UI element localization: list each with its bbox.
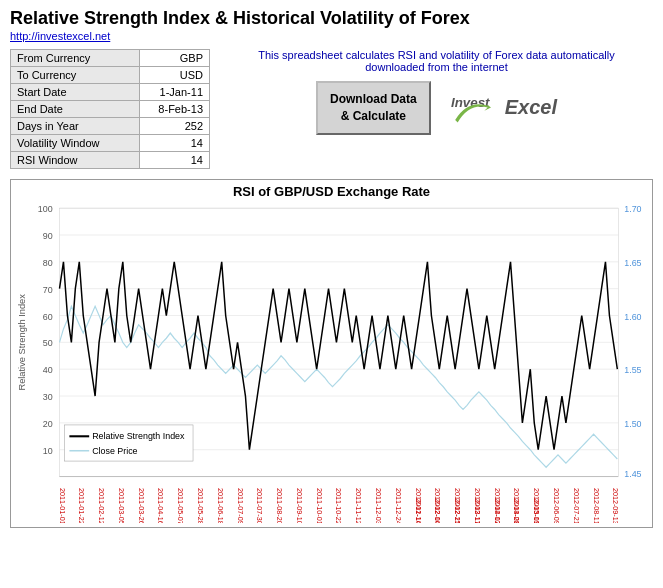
chart-svg: 100 90 80 70 60 50 40 30 20 10 1.70 1.65… [15,203,648,523]
svg-text:2011-05-28: 2011-05-28 [197,488,204,523]
logo-area: Invest Excel [451,90,557,125]
svg-text:2012-11-16: 2012-11-16 [454,498,461,523]
param-label: End Date [11,101,140,118]
svg-text:2012-09-13: 2012-09-13 [612,488,619,523]
svg-text:2011-09-10: 2011-09-10 [296,488,303,523]
chart-container: RSI of GBP/USD Exchange Rate 100 90 80 7… [10,179,653,528]
svg-text:2012-07-21: 2012-07-21 [573,488,580,523]
svg-text:2012-10-05: 2012-10-05 [415,498,422,523]
svg-text:60: 60 [43,311,53,321]
svg-text:Relative Strength Index: Relative Strength Index [92,431,185,441]
svg-text:30: 30 [43,392,53,402]
page-title: Relative Strength Index & Historical Vol… [10,8,653,29]
svg-text:90: 90 [43,231,53,241]
svg-text:2011-08-20: 2011-08-20 [276,488,283,523]
svg-text:1.60: 1.60 [624,311,641,321]
param-label: Volatility Window [11,135,140,152]
svg-text:20: 20 [43,419,53,429]
logo-icon: Invest [451,90,501,125]
svg-text:2011-03-26: 2011-03-26 [138,488,145,523]
svg-text:2011-02-12: 2011-02-12 [98,488,105,523]
svg-text:1.50: 1.50 [624,419,641,429]
param-label: Days in Year [11,118,140,135]
param-label: From Currency [11,50,140,67]
param-value: 1-Jan-11 [139,84,209,101]
svg-text:2011-03-05: 2011-03-05 [118,488,125,523]
svg-text:2012-12-15: 2012-12-15 [494,498,501,523]
param-label: Start Date [11,84,140,101]
svg-text:2011-10-01: 2011-10-01 [316,488,323,523]
svg-text:2011-12-03: 2011-12-03 [375,488,382,523]
svg-text:50: 50 [43,338,53,348]
svg-text:2011-11-12: 2011-11-12 [355,488,362,523]
svg-text:2012-11-24: 2012-11-24 [474,498,481,523]
chart-title: RSI of GBP/USD Exchange Rate [15,184,648,199]
svg-text:2012-10-26: 2012-10-26 [434,498,441,523]
param-value: 252 [139,118,209,135]
param-value: 8-Feb-13 [139,101,209,118]
svg-text:2011-05-07: 2011-05-07 [177,488,184,523]
svg-text:2011-10-22: 2011-10-22 [335,488,342,523]
svg-text:100: 100 [38,204,53,214]
download-button[interactable]: Download Data& Calculate [316,81,431,135]
svg-text:1.55: 1.55 [624,365,641,375]
svg-text:2011-01-22: 2011-01-22 [78,488,85,523]
svg-text:80: 80 [43,258,53,268]
website-link[interactable]: http://investexcel.net [10,30,110,42]
svg-text:2012-06-09: 2012-06-09 [553,488,560,523]
tagline-line1: This spreadsheet calculates RSI and vola… [258,49,614,61]
tagline-line2: downloaded from the internet [365,61,507,73]
top-section: From CurrencyGBPTo CurrencyUSDStart Date… [0,45,663,173]
svg-text:2013-01-26: 2013-01-26 [533,498,540,523]
svg-text:Close Price: Close Price [92,446,137,456]
svg-text:70: 70 [43,285,53,295]
svg-text:2011-07-09: 2011-07-09 [237,488,244,523]
logo-text: Excel [505,96,557,119]
svg-text:Relative Strength Index: Relative Strength Index [17,294,27,391]
svg-text:1.65: 1.65 [624,258,641,268]
param-label: RSI Window [11,152,140,169]
svg-text:2011-01-01: 2011-01-01 [59,488,66,523]
right-section: This spreadsheet calculates RSI and vola… [220,49,653,169]
svg-text:2011-06-18: 2011-06-18 [217,488,224,523]
svg-text:1.45: 1.45 [624,468,641,478]
svg-text:2011-04-16: 2011-04-16 [157,488,164,523]
svg-text:2011-07-30: 2011-07-30 [256,488,263,523]
svg-text:2013-01-05: 2013-01-05 [513,498,520,523]
param-value: USD [139,67,209,84]
param-value: 14 [139,135,209,152]
tagline: This spreadsheet calculates RSI and vola… [258,49,614,73]
svg-text:40: 40 [43,365,53,375]
param-value: GBP [139,50,209,67]
svg-text:1.70: 1.70 [624,204,641,214]
svg-text:10: 10 [43,446,53,456]
svg-text:2011-12-24: 2011-12-24 [395,488,402,523]
param-label: To Currency [11,67,140,84]
chart-area: 100 90 80 70 60 50 40 30 20 10 1.70 1.65… [15,203,648,523]
header-section: Relative Strength Index & Historical Vol… [0,0,663,45]
svg-text:2012-08-11: 2012-08-11 [593,488,600,523]
param-value: 14 [139,152,209,169]
middle-row: Download Data& Calculate Invest Excel [316,81,557,135]
params-table: From CurrencyGBPTo CurrencyUSDStart Date… [10,49,210,169]
